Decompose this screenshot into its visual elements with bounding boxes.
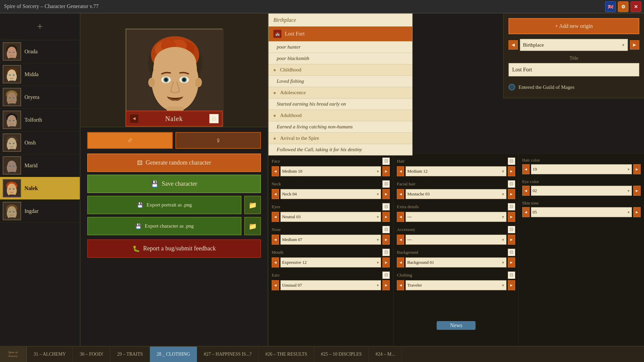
neck-next-btn[interactable]: ► (382, 189, 390, 199)
news-item[interactable]: 30 – FOOD! (73, 347, 110, 362)
extra-next-btn[interactable]: ► (508, 212, 515, 222)
hair-color-next-btn[interactable]: ► (633, 164, 641, 174)
sidebar-item-nalek[interactable]: Nalek (0, 177, 80, 200)
save-btn[interactable]: 💾 Save character (87, 175, 261, 193)
sidebar-item-midda[interactable]: Midda (0, 63, 80, 86)
prev-name-btn[interactable]: ◄ (129, 114, 139, 123)
accessory-dice-btn[interactable]: ⚄ (508, 226, 515, 233)
male-gender-btn[interactable]: ♂ (87, 132, 173, 149)
eye-color-prev-btn[interactable]: ◄ (522, 186, 530, 196)
female-gender-btn[interactable]: ♀ (175, 132, 261, 149)
sidebar-item-ingdar[interactable]: Ingdar (0, 200, 80, 223)
ears-prev-btn[interactable]: ◄ (272, 280, 279, 290)
ears-dice-btn[interactable]: ⚄ (382, 272, 390, 279)
face-prev-btn[interactable]: ◄ (272, 166, 279, 176)
hair-color-prev-btn[interactable]: ◄ (522, 164, 530, 174)
nose-next-btn[interactable]: ► (382, 235, 390, 245)
hair-dropdown[interactable]: Medium 12 ▼ (406, 166, 506, 176)
background-dropdown[interactable]: Background 01 ▼ (406, 257, 506, 267)
origin-type-dropdown[interactable]: Birthplace ▼ (520, 39, 628, 51)
randomize-name-btn[interactable]: ⚄ (209, 114, 219, 123)
backstory-item[interactable]: ◆Adulthood (269, 110, 412, 121)
news-item[interactable]: 29 – TRAITS (110, 347, 150, 362)
clothing-next-btn[interactable]: ► (508, 280, 515, 290)
nose-dice-btn[interactable]: ⚄ (382, 226, 390, 233)
clothing-dice-btn[interactable]: ⚄ (508, 272, 515, 279)
news-item[interactable]: #27 – HAPPINESS IS...? (197, 347, 259, 362)
facial-hair-prev-btn[interactable]: ◄ (397, 189, 404, 199)
sidebar-item-marid[interactable]: Marid (0, 154, 80, 177)
settings-btn[interactable]: ⚙ (618, 1, 629, 12)
backstory-item[interactable]: Earned a living catching non-humans (269, 121, 412, 132)
add-character-btn[interactable]: + (0, 13, 80, 40)
background-prev-btn[interactable]: ◄ (397, 257, 404, 267)
background-dice-btn[interactable]: ⚄ (508, 249, 515, 256)
nose-dropdown[interactable]: Medium 07 ▼ (280, 235, 381, 245)
hair-color-dropdown[interactable]: 19 ▼ (531, 164, 632, 174)
mouth-dice-btn[interactable]: ⚄ (382, 249, 390, 256)
generate-btn[interactable]: ⚄ Generate random character (87, 154, 261, 172)
hair-dice-btn[interactable]: ⚄ (508, 158, 515, 165)
sidebar-item-tolforth[interactable]: Tolforth (0, 109, 80, 131)
hair-next-btn[interactable]: ► (508, 166, 515, 176)
nose-prev-btn[interactable]: ◄ (272, 235, 279, 245)
mouth-next-btn[interactable]: ► (382, 257, 390, 267)
sidebar-item-orada[interactable]: Orada (0, 40, 80, 63)
news-item[interactable]: 28 _ CLOTHING (150, 347, 197, 362)
extra-dice-btn[interactable]: ⚄ (508, 203, 515, 210)
backstory-item[interactable]: poor blacksmith (269, 53, 412, 64)
eyes-next-btn[interactable]: ► (382, 212, 390, 222)
facial-hair-dropdown[interactable]: Mustache 03 ▼ (406, 189, 506, 199)
hair-prev-btn[interactable]: ◄ (397, 166, 404, 176)
backstory-item[interactable]: Loved fishing (269, 75, 412, 87)
close-btn[interactable]: ✕ (631, 1, 641, 12)
backstory-item[interactable]: Started earning his bread early on (269, 98, 412, 110)
facial-hair-next-btn[interactable]: ► (508, 189, 515, 199)
skin-tone-prev-btn[interactable]: ◄ (522, 207, 530, 217)
backstory-item[interactable]: Followed the Call, taking it for his des… (269, 144, 412, 155)
language-btn[interactable]: 🇬🇧 (605, 1, 616, 12)
export-portrait-btn[interactable]: 💾 Export portrait as .png (87, 196, 241, 214)
origin-prev-btn[interactable]: ◄ (508, 40, 518, 50)
backstory-item[interactable]: poor hunter (269, 41, 412, 53)
neck-dropdown[interactable]: Neck 04 ▼ (280, 189, 381, 199)
sidebar-item-oryera[interactable]: Oryera (0, 86, 80, 109)
news-item[interactable]: #24 – M... (369, 347, 402, 362)
ears-dropdown[interactable]: Unusual 07 ▼ (280, 280, 381, 290)
accessory-dropdown[interactable]: --- ▼ (406, 235, 506, 245)
clothing-prev-btn[interactable]: ◄ (397, 280, 404, 290)
add-origin-btn[interactable]: + Add new origin (508, 18, 639, 34)
skin-tone-next-btn[interactable]: ► (633, 207, 641, 217)
face-dice-btn[interactable]: ⚄ (382, 158, 390, 165)
face-dropdown[interactable]: Medium 10 ▼ (280, 166, 381, 176)
clothing-dropdown[interactable]: Traveler ▼ (406, 280, 506, 290)
extra-dropdown[interactable]: --- ▼ (406, 212, 506, 222)
background-next-btn[interactable]: ► (508, 257, 515, 267)
origin-next-btn[interactable]: ► (630, 40, 639, 50)
face-next-btn[interactable]: ► (382, 166, 390, 176)
eyes-dice-btn[interactable]: ⚄ (382, 203, 390, 210)
backstory-item[interactable]: ◆Childhood (269, 64, 412, 75)
news-item[interactable]: #26 – THE RESULTS (259, 347, 314, 362)
backstory-item[interactable]: ◆Adolescence (269, 87, 412, 98)
mouth-prev-btn[interactable]: ◄ (272, 257, 279, 267)
eye-color-dropdown[interactable]: 02 ▼ (531, 186, 632, 196)
skin-tone-dropdown[interactable]: 05 ▼ (531, 207, 632, 217)
export-character-btn[interactable]: 💾 Export character as .png (87, 217, 241, 235)
news-item[interactable]: #25 – 10 DISCIPLES (314, 347, 369, 362)
character-folder-btn[interactable]: 📁 (244, 217, 261, 235)
facial-hair-dice-btn[interactable]: ⚄ (508, 180, 515, 188)
extra-prev-btn[interactable]: ◄ (397, 212, 404, 222)
report-btn[interactable]: 🐛 Report a bug/submit feedback (87, 239, 261, 258)
sidebar-item-onsh[interactable]: Onsh (0, 131, 80, 154)
accessory-prev-btn[interactable]: ◄ (397, 235, 404, 245)
neck-prev-btn[interactable]: ◄ (272, 189, 279, 199)
eye-color-next-btn[interactable]: ► (633, 186, 641, 196)
eyes-dropdown[interactable]: Neutral 03 ▼ (280, 212, 381, 222)
accessory-next-btn[interactable]: ► (508, 235, 515, 245)
eyes-prev-btn[interactable]: ◄ (272, 212, 279, 222)
backstory-selected-item[interactable]: 🏰 Lost Fort (269, 26, 412, 41)
portrait-folder-btn[interactable]: 📁 (244, 196, 261, 214)
news-item[interactable]: 31 – ALCHEMY (27, 347, 73, 362)
neck-dice-btn[interactable]: ⚄ (382, 180, 390, 188)
